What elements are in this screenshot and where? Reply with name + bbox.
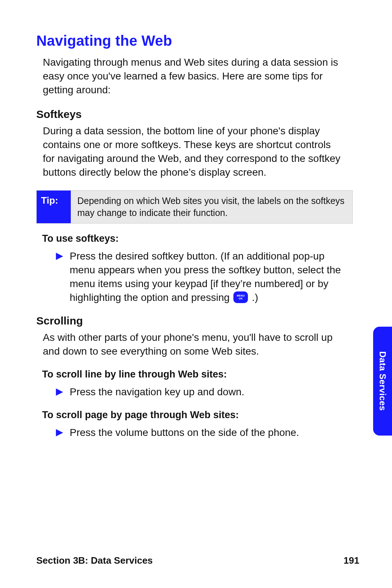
bullet-arrow-icon: ▶ — [56, 249, 63, 262]
softkeys-lead: To use softkeys: — [42, 233, 359, 244]
tip-label: Tip: — [37, 191, 71, 223]
scrolling-bullet-2-text: Press the volume buttons on the side of … — [70, 426, 346, 440]
menu-ok-key-icon: MENU OK — [233, 291, 248, 303]
bullet-arrow-icon: ▶ — [56, 426, 63, 438]
softkeys-paragraph: During a data session, the bottom line o… — [43, 124, 344, 179]
tip-body: Depending on which Web sites you visit, … — [71, 191, 352, 223]
scrolling-lead-1: To scroll line by line through Web sites… — [42, 369, 359, 380]
tip-callout: Tip: Depending on which Web sites you vi… — [36, 190, 353, 224]
footer-page-number: 191 — [344, 555, 359, 566]
side-tab: Data Services — [373, 327, 392, 436]
softkeys-bullet-text: Press the desired softkey button. (If an… — [70, 249, 346, 305]
softkeys-bullet: ▶ Press the desired softkey button. (If … — [56, 249, 346, 305]
scrolling-bullet-2: ▶ Press the volume buttons on the side o… — [56, 426, 346, 440]
bullet-arrow-icon: ▶ — [56, 385, 63, 398]
softkeys-heading: Softkeys — [36, 108, 359, 121]
footer-section: Section 3B: Data Services — [36, 555, 153, 566]
softkeys-bullet-pre: Press the desired softkey button. (If an… — [70, 250, 341, 303]
scrolling-bullet-1: ▶ Press the navigation key up and down. — [56, 385, 346, 399]
scrolling-lead-2: To scroll page by page through Web sites… — [42, 409, 359, 421]
key-bottom: OK — [239, 297, 243, 300]
scrolling-paragraph: As with other parts of your phone's menu… — [43, 331, 344, 358]
page-footer: Section 3B: Data Services 191 — [36, 555, 359, 566]
key-top: MENU — [237, 294, 245, 297]
page-title: Navigating the Web — [36, 33, 359, 49]
scrolling-heading: Scrolling — [36, 315, 359, 327]
scrolling-bullet-1-text: Press the navigation key up and down. — [70, 385, 346, 399]
intro-paragraph: Navigating through menus and Web sites d… — [43, 56, 344, 97]
side-tab-label: Data Services — [377, 351, 388, 411]
softkeys-bullet-post: .) — [252, 292, 258, 303]
manual-page: Navigating the Web Navigating through me… — [0, 0, 392, 588]
